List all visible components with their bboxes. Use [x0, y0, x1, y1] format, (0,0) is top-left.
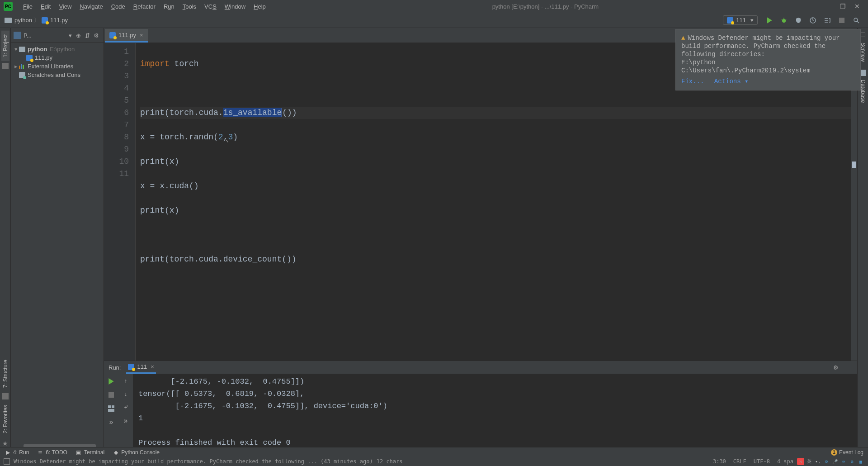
window-close-button[interactable]: ✕ [850, 3, 864, 10]
stop-button[interactable] [836, 14, 848, 26]
concurrency-button[interactable] [821, 14, 833, 26]
ime-lang[interactable]: 英 [806, 458, 813, 465]
down-arrow-icon[interactable]: ↓ [124, 390, 127, 397]
soft-wrap-icon[interactable]: ⤶ [123, 404, 128, 410]
play-icon: ▶ [5, 449, 11, 456]
ime-settings-icon[interactable]: ⚙ [849, 458, 856, 465]
code-editor[interactable]: 1234567891011 import torch print(torch.c… [104, 43, 857, 361]
menu-code[interactable]: Code [107, 3, 129, 10]
window-maximize-button[interactable]: ❐ [835, 3, 850, 10]
rerun-button[interactable] [107, 377, 115, 385]
ime-mic-icon[interactable]: 🎤 [831, 458, 839, 465]
menu-navigate[interactable]: Navigate [75, 3, 107, 10]
tool-tab-structure[interactable]: 7: Structure [1, 356, 9, 391]
tool-windows-icon[interactable] [4, 458, 10, 465]
more-icon[interactable]: » [107, 418, 115, 426]
ime-punct[interactable]: •, [814, 458, 821, 465]
tree-root-label: python [28, 46, 47, 52]
status-encoding[interactable]: UTF-8 [754, 458, 770, 465]
tree-root-path: E:\python [50, 46, 75, 52]
chevron-right-icon: 〉 [34, 16, 40, 24]
event-log-button[interactable]: 1 Event Log [831, 449, 863, 456]
tree-scratches[interactable]: Scratches and Cons [11, 71, 104, 79]
close-icon[interactable]: × [140, 32, 143, 38]
tool-tab-icon[interactable] [2, 63, 9, 69]
collapse-icon[interactable]: ⇵ [83, 32, 92, 39]
notification-fix-link[interactable]: Fix... [681, 78, 704, 85]
menu-view[interactable]: View [55, 3, 75, 10]
expand-arrow-icon[interactable]: ▾ [13, 46, 19, 52]
breadcrumb[interactable]: python 〉 111.py [5, 16, 68, 24]
star-icon: ★ [2, 440, 8, 447]
tool-tab-project[interactable]: 1: Project [1, 31, 9, 61]
tool-todo[interactable]: ≣6: TODO [37, 449, 67, 456]
ime-toolbox-icon[interactable]: ▦ [857, 458, 864, 465]
status-indent[interactable]: 4 spa [777, 458, 793, 465]
search-everywhere-button[interactable] [850, 14, 862, 26]
locate-icon[interactable]: ⊕ [74, 32, 83, 39]
database-icon[interactable] [860, 70, 866, 76]
status-caret-pos[interactable]: 3:30 [713, 458, 726, 465]
project-view-icon [14, 32, 21, 39]
run-coverage-button[interactable] [793, 14, 804, 26]
layout-button[interactable] [107, 404, 115, 413]
run-config-selector[interactable]: 111 ▾ [723, 15, 758, 25]
menu-window[interactable]: Window [221, 3, 250, 10]
menu-vcs[interactable]: VCS [200, 3, 221, 10]
code-content[interactable]: import torch print(torch.cuda.is_availab… [136, 43, 851, 361]
tree-scratches-label: Scratches and Cons [28, 71, 80, 78]
scratches-icon [19, 72, 25, 78]
minimize-icon[interactable]: — [844, 364, 850, 371]
notification-actions-link[interactable]: Actions ▾ [714, 78, 749, 85]
debug-button[interactable] [778, 14, 790, 26]
expand-arrow-icon[interactable]: ▸ [13, 63, 19, 70]
project-tree[interactable]: ▾ python E:\python 111.py ▸ External Lib… [11, 43, 104, 81]
tool-terminal[interactable]: ▣Terminal [75, 449, 104, 456]
run-tab[interactable]: 111 × [126, 361, 156, 374]
tool-tab-icon[interactable] [861, 33, 865, 37]
menu-help[interactable]: Help [250, 3, 270, 10]
python-icon: ◆ [113, 449, 119, 456]
stop-button[interactable] [107, 391, 115, 399]
menu-refactor[interactable]: Refactor [129, 3, 160, 10]
menu-file[interactable]: File [19, 3, 37, 10]
tool-tab-favorites[interactable]: 2: Favorites [1, 401, 9, 437]
tree-file-label: 111.py [35, 54, 52, 61]
svg-rect-8 [108, 392, 114, 398]
run-button[interactable] [764, 14, 775, 26]
run-toolbar-secondary: ↑ ↓ ⤶ » [118, 374, 133, 451]
close-icon[interactable]: × [151, 363, 154, 370]
menu-run[interactable]: Run [160, 3, 179, 10]
tool-run[interactable]: ▶4: Run [5, 449, 29, 456]
menu-edit[interactable]: Edit [37, 3, 55, 10]
gear-icon[interactable]: ⚙ [92, 32, 101, 39]
svg-rect-5 [839, 18, 844, 23]
console-output[interactable]: [-2.1675, -0.1032, 0.4755]]) tensor([[ 0… [133, 374, 857, 451]
ime-keyboard-icon[interactable]: ⌨ [840, 458, 847, 465]
more-icon[interactable]: » [124, 417, 128, 425]
chevron-down-icon[interactable]: ▾ [69, 32, 72, 39]
status-line-sep[interactable]: CRLF [733, 458, 746, 465]
up-arrow-icon[interactable]: ↑ [124, 377, 127, 384]
editor-marker-bar [851, 43, 857, 361]
editor-tab[interactable]: 111.py × [105, 29, 148, 43]
event-badge: 1 [831, 449, 837, 456]
tree-external-libraries[interactable]: ▸ External Libraries [11, 62, 104, 71]
profile-button[interactable] [807, 14, 819, 26]
menu-tools[interactable]: Tools [179, 3, 200, 10]
ime-emoji-icon[interactable]: ☺ [823, 458, 830, 465]
svg-line-3 [785, 19, 786, 20]
breadcrumb-file: 111.py [50, 17, 68, 24]
tool-tab-icon[interactable] [2, 393, 9, 399]
list-icon: ≣ [37, 449, 43, 456]
run-tool-window: Run: 111 × ⚙ — » ↑ ↓ [104, 361, 857, 449]
python-file-icon [109, 32, 116, 38]
navigation-bar: python 〉 111.py 111 ▾ [0, 13, 868, 28]
tree-file[interactable]: 111.py [11, 53, 104, 62]
ime-sogou-icon[interactable]: S [797, 458, 804, 465]
tree-root[interactable]: ▾ python E:\python [11, 45, 104, 53]
project-panel: P... ▾ ⊕ ⇵ ⚙ ▾ python E:\python 111.py ▸… [11, 28, 104, 449]
tool-python-console[interactable]: ◆Python Console [113, 449, 160, 456]
window-minimize-button[interactable]: — [821, 3, 835, 10]
gear-icon[interactable]: ⚙ [833, 364, 839, 371]
